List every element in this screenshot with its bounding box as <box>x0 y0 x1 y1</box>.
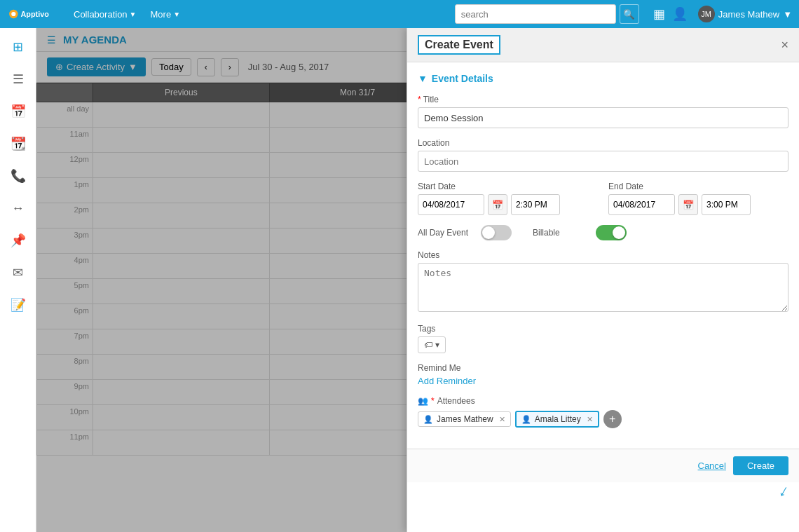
all-day-toggle-group: All Day Event <box>418 225 512 240</box>
search-icon: 🔍 <box>623 9 635 20</box>
billable-toggle[interactable] <box>596 225 627 240</box>
all-day-event-label: All Day Event <box>418 228 474 238</box>
remind-me-label: Remind Me <box>418 363 788 373</box>
search-input[interactable] <box>455 4 616 24</box>
attendee-person-icon: 👤 <box>521 415 531 424</box>
toggle-knob <box>482 226 495 239</box>
chevron-down-icon: ▼ <box>130 11 137 18</box>
sidebar-item-mail[interactable]: ✉ <box>3 257 34 288</box>
top-nav: Apptivo Collaboration ▼ More ▼ 🔍 ▦ 👤 JM … <box>0 0 799 28</box>
section-header-event-details: ▼ Event Details <box>418 73 788 84</box>
sidebar-item-list[interactable]: ☰ <box>3 64 34 95</box>
attendee-chip-james: 👤 James Mathew ✕ <box>418 411 511 427</box>
modal-header: Create Event × <box>407 28 799 62</box>
location-input[interactable] <box>418 151 788 172</box>
avatar: JM <box>698 6 715 22</box>
notes-label: Notes <box>418 250 788 260</box>
sidebar-item-calendar-alt[interactable]: 📆 <box>3 128 34 159</box>
start-date-group: Start Date 📅 <box>418 182 598 215</box>
search-container: 🔍 <box>455 4 639 24</box>
date-row: Start Date 📅 End Date <box>418 182 788 215</box>
attendee-chip-amala: 👤 Amala Littey ✕ <box>515 411 599 428</box>
attendees-group: 👥 * Attendees 👤 James Mathew ✕ 👤 <box>418 396 788 428</box>
user-menu[interactable]: JM James Mathew ▼ <box>698 6 792 22</box>
sidebar-item-calendar[interactable]: 📅 <box>3 96 34 127</box>
sidebar-item-grid[interactable]: ⊞ <box>3 32 34 62</box>
create-event-modal: Create Event × ▼ Event Details * Title <box>407 28 799 532</box>
chevron-down-icon: ▼ <box>173 11 180 18</box>
tags-field-group: Tags 🏷 ▾ <box>418 324 788 353</box>
modal-body: ▼ Event Details * Title Lo <box>407 62 799 449</box>
sidebar-item-transfer[interactable]: ↔ <box>3 193 34 224</box>
attendee-person-icon: 👤 <box>423 415 433 424</box>
chevron-down-icon: ▾ <box>435 340 439 350</box>
attendee-icon: 👥 <box>418 396 428 406</box>
chevron-down-icon: ▼ <box>418 73 428 84</box>
arrow-indicator: ↓ <box>776 480 793 501</box>
title-label: * Title <box>418 95 788 104</box>
sidebar-item-note[interactable]: 📝 <box>3 289 34 320</box>
start-date-input[interactable] <box>418 194 484 215</box>
toggle-knob <box>613 226 625 239</box>
all-day-toggle[interactable] <box>481 225 512 240</box>
create-button[interactable]: Create <box>733 456 788 475</box>
start-date-input-row: 📅 <box>418 194 598 215</box>
attendee-name-james: James Mathew <box>437 414 493 424</box>
nav-collaboration[interactable]: Collaboration ▼ <box>70 9 140 20</box>
title-field-group: * Title <box>418 95 788 128</box>
end-time-input[interactable] <box>702 194 751 215</box>
grid-nav-icon[interactable]: ▦ <box>653 6 665 22</box>
remove-james-button[interactable]: ✕ <box>499 415 505 424</box>
main-content: ☰ MY AGENDA ⊕ Create Activity ▼ Today ‹ … <box>36 28 799 532</box>
end-date-input-row: 📅 <box>608 194 788 215</box>
nav-icons: ▦ 👤 <box>653 6 688 22</box>
add-reminder-link[interactable]: Add Reminder <box>418 376 476 386</box>
remind-me-group: Remind Me Add Reminder <box>418 363 788 386</box>
billable-toggle-group: Billable <box>533 225 627 240</box>
start-date-label: Start Date <box>418 182 598 191</box>
tags-button[interactable]: 🏷 ▾ <box>418 336 446 353</box>
logo: Apptivo <box>7 4 56 24</box>
toggle-row: All Day Event Billable <box>418 225 788 240</box>
add-attendee-button[interactable]: + <box>603 410 622 428</box>
tags-label: Tags <box>418 324 788 334</box>
modal-footer: Cancel Create <box>407 449 799 482</box>
start-time-input[interactable] <box>511 194 560 215</box>
svg-point-1 <box>11 12 15 16</box>
app-body: ⊞ ☰ 📅 📆 📞 ↔ 📌 ✉ 📝 ☰ MY AGENDA ⊕ Create A… <box>0 28 799 532</box>
notes-field-group: Notes <box>418 250 788 314</box>
cancel-button[interactable]: Cancel <box>698 461 726 471</box>
notes-input[interactable] <box>418 263 788 312</box>
svg-text:Apptivo: Apptivo <box>20 10 49 18</box>
remove-amala-button[interactable]: ✕ <box>587 415 593 424</box>
modal-overlay: Create Event × ▼ Event Details * Title <box>36 28 799 532</box>
attendees-row: 👤 James Mathew ✕ 👤 Amala Littey ✕ + <box>418 410 788 428</box>
sidebar-icons: ⊞ ☰ 📅 📆 📞 ↔ 📌 ✉ 📝 <box>0 28 36 532</box>
modal-title: Create Event <box>418 35 500 55</box>
person-icon[interactable]: 👤 <box>672 6 688 22</box>
tag-icon: 🏷 <box>424 340 432 350</box>
search-button[interactable]: 🔍 <box>620 4 639 24</box>
nav-more[interactable]: More ▼ <box>147 9 184 20</box>
modal-close-button[interactable]: × <box>781 38 788 53</box>
attendees-label: 👥 * Attendees <box>418 396 788 406</box>
attendee-name-amala: Amala Littey <box>535 414 581 424</box>
location-field-group: Location <box>418 138 788 172</box>
chevron-down-icon: ▼ <box>783 9 792 20</box>
start-date-calendar-button[interactable]: 📅 <box>488 194 507 215</box>
end-date-input[interactable] <box>608 194 675 215</box>
sidebar-item-pin[interactable]: 📌 <box>3 225 34 256</box>
sidebar-item-phone[interactable]: 📞 <box>3 161 34 191</box>
location-label: Location <box>418 138 788 148</box>
billable-label: Billable <box>533 228 589 238</box>
end-date-calendar-button[interactable]: 📅 <box>678 194 698 215</box>
end-date-group: End Date 📅 <box>608 182 788 215</box>
end-date-label: End Date <box>608 182 788 191</box>
title-input[interactable] <box>418 107 788 128</box>
